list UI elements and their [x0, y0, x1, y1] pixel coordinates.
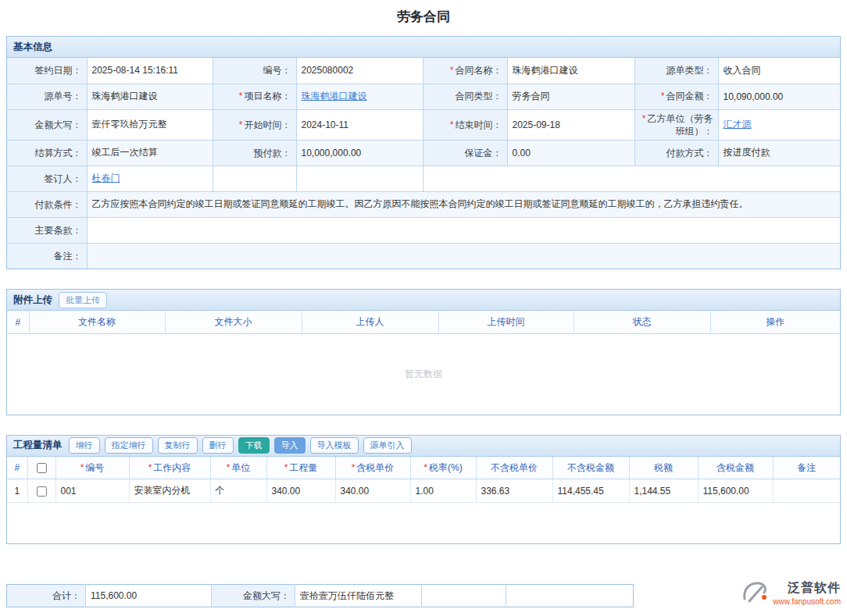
attachments-title: 附件上传	[13, 294, 52, 307]
boq-header-row: # *编号 *工作内容 *单位 *工程量 *含税单价 *税率(%) 不含税单价 …	[7, 457, 840, 479]
field-label: 合同金额：	[667, 91, 713, 101]
basic-info-row: 付款条件： 乙方应按照本合同约定的竣工日期或签证同意顺延的工期竣工。因乙方原因不…	[7, 191, 840, 217]
contract-type-value: 劳务合同	[507, 84, 634, 109]
field-label: 合同类型：	[456, 91, 502, 101]
required-mark: *	[148, 462, 152, 473]
column-label: 工程量	[289, 462, 317, 473]
project-name-label: *项目名称：	[213, 84, 296, 109]
boq-toolbar: 增行 指定增行 复制行 删行 下载 导入 导入模板 源单引入	[69, 437, 412, 454]
boq-header: 工程量清单 增行 指定增行 复制行 删行 下载 导入 导入模板 源单引入	[7, 436, 840, 457]
advance-payment-label: 预付款：	[213, 140, 296, 166]
deposit-value: 0.00	[507, 140, 634, 166]
basic-info-row: 备注：	[7, 243, 840, 269]
field-label: 金额大写：	[35, 119, 82, 130]
field-label: 源单类型：	[667, 65, 713, 76]
required-mark: *	[284, 462, 288, 473]
summary-table: 合计： 115,600.00 金额大写： 壹拾壹万伍仟陆佰元整	[6, 584, 634, 607]
party-b-unit-link[interactable]: 汇才源	[724, 119, 752, 130]
main-terms-label: 主要条款：	[7, 217, 87, 243]
project-name-link[interactable]: 珠海鹤港口建设	[302, 91, 367, 101]
column-label: 单位	[231, 462, 250, 473]
empty-cell	[423, 166, 840, 191]
contract-type-label: 合同类型：	[423, 84, 507, 109]
boq-col-unit: *单位	[210, 457, 266, 479]
party-b-unit-label: *乙方单位（劳务班组）：	[634, 109, 718, 140]
attachments-table: # 文件名称 文件大小 上传人 上传时间 状态 操作	[7, 311, 840, 334]
boq-row-remark	[773, 479, 840, 503]
boq-row-unit-price-tax: 340.00	[335, 479, 410, 503]
amount-words-total-value: 壹拾壹万伍仟陆佰元整	[295, 585, 422, 607]
page-title: 劳务合同	[6, 0, 841, 36]
boq-col-remark: 备注	[773, 457, 840, 479]
row-checkbox[interactable]	[37, 486, 47, 497]
delete-row-button[interactable]: 删行	[202, 437, 234, 454]
number-value: 2025080002	[296, 58, 423, 84]
attachments-col-uploadtime: 上传时间	[438, 311, 574, 333]
import-template-button[interactable]: 导入模板	[310, 437, 359, 454]
payment-terms-value: 乙方应按照本合同约定的竣工日期或签证同意顺延的工期竣工。因乙方原因不能按照本合同…	[87, 191, 840, 217]
field-label: 付款方式：	[667, 148, 713, 158]
signer-link[interactable]: 杜春门	[92, 173, 120, 183]
basic-info-row: 源单号： 珠海鹤港口建设 *项目名称： 珠海鹤港口建设 合同类型： 劳务合同 *…	[7, 84, 840, 109]
advance-payment-value: 10,000,000.00	[296, 140, 423, 166]
field-label: 源单号：	[45, 91, 82, 101]
total-label: 合计：	[7, 585, 86, 607]
end-date-label: *结束时间：	[423, 109, 507, 140]
import-button[interactable]: 导入	[274, 437, 306, 454]
field-label: 备注：	[54, 251, 82, 262]
deposit-label: 保证金：	[423, 140, 507, 166]
attachments-col-filesize: 文件大小	[165, 311, 302, 333]
remark-value	[87, 243, 840, 269]
attachments-empty-state: 暂无数据	[7, 334, 840, 415]
vendor-branding: 泛普软件 www.fanpusoft.com	[742, 580, 841, 607]
settlement-method-value: 竣工后一次结算	[87, 140, 213, 166]
insert-row-button[interactable]: 指定增行	[105, 437, 153, 454]
boq-row-code: 001	[55, 479, 129, 503]
source-import-button[interactable]: 源单引入	[363, 437, 412, 454]
boq-col-index: #	[7, 457, 27, 479]
boq-title: 工程量清单	[13, 439, 63, 452]
boq-row-tax-rate: 1.00	[410, 479, 476, 503]
basic-info-row: 签约日期： 2025-08-14 15:16:11 编号： 2025080002…	[7, 58, 840, 84]
boq-row-quantity: 340.00	[266, 479, 335, 503]
basic-info-row: 签订人： 杜春门	[7, 166, 840, 191]
boq-col-tax-rate: *税率(%)	[410, 457, 476, 479]
basic-info-row: 结算方式： 竣工后一次结算 预付款： 10,000,000.00 保证金： 0.…	[7, 140, 840, 166]
field-label: 合同名称：	[456, 65, 502, 76]
field-label: 签订人：	[45, 173, 82, 184]
vendor-url[interactable]: www.fanpusoft.com	[773, 597, 841, 606]
attachments-col-filename: 文件名称	[29, 311, 165, 333]
basic-info-row: 主要条款：	[7, 217, 840, 243]
labor-contract-page: 劳务合同 基本信息 签约日期： 2025-08-14 15:16:11 编号： …	[0, 0, 847, 607]
payment-method-label: 付款方式：	[634, 140, 718, 166]
basic-info-title: 基本信息	[13, 41, 52, 54]
download-button[interactable]: 下载	[238, 437, 270, 454]
attachments-col-status: 状态	[574, 311, 710, 333]
empty-cell	[296, 166, 423, 191]
select-all-checkbox[interactable]	[37, 463, 47, 473]
copy-row-button[interactable]: 复制行	[158, 437, 198, 454]
vendor-text: 泛普软件 www.fanpusoft.com	[773, 580, 841, 606]
boq-section: 工程量清单 增行 指定增行 复制行 删行 下载 导入 导入模板 源单引入 #	[6, 435, 841, 545]
column-label: 含税单价	[356, 462, 394, 473]
batch-upload-button[interactable]: 批量上传	[59, 292, 107, 308]
boq-col-amount-tax: 含税金额	[698, 457, 773, 479]
sign-date-value: 2025-08-14 15:16:11	[87, 58, 213, 84]
project-name-value: 珠海鹤港口建设	[296, 84, 423, 109]
required-mark: *	[642, 113, 646, 124]
attachments-col-actions: 操作	[710, 311, 840, 333]
required-mark: *	[239, 91, 243, 101]
empty-cell	[213, 166, 296, 191]
boq-col-code: *编号	[55, 457, 129, 479]
required-mark: *	[80, 462, 84, 473]
start-date-label: *开始时间：	[213, 109, 296, 140]
boq-row-unit-price-no-tax: 336.63	[476, 479, 552, 503]
boq-row-amount-tax: 115,600.00	[698, 479, 773, 503]
remark-label: 备注：	[7, 243, 87, 269]
add-row-button[interactable]: 增行	[69, 437, 100, 454]
attachments-col-uploader: 上传人	[302, 311, 438, 333]
amount-words-total-label: 金额大写：	[212, 585, 295, 607]
boq-col-select	[27, 457, 55, 479]
required-mark: *	[352, 462, 356, 473]
required-mark: *	[450, 65, 454, 76]
